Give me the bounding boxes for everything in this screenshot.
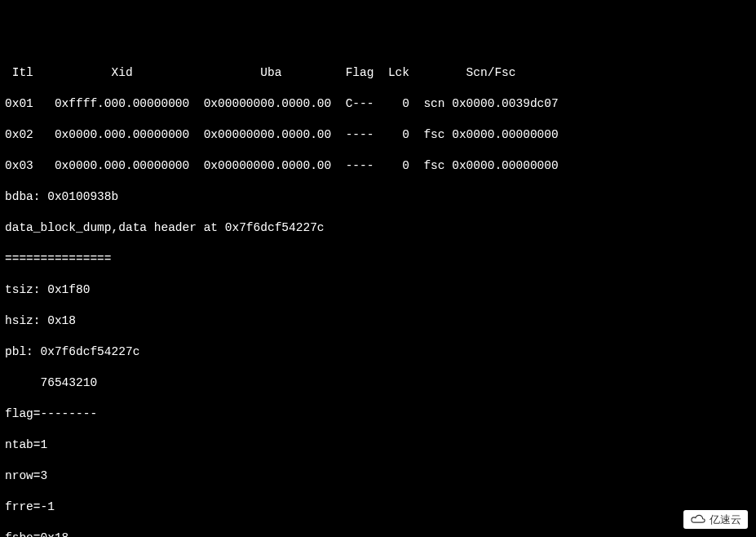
itl-row: 0x03 0x0000.000.00000000 0x00000000.0000…	[5, 158, 751, 174]
cloud-icon	[690, 514, 706, 526]
watermark: 亿速云	[683, 510, 748, 529]
frre-line: frre=-1	[5, 499, 751, 515]
flag-line: flag=--------	[5, 406, 751, 422]
itl-row: 0x02 0x0000.000.00000000 0x00000000.0000…	[5, 127, 751, 143]
pbl-line: pbl: 0x7f6dcf54227c	[5, 344, 751, 360]
tsiz-line: tsiz: 0x1f80	[5, 282, 751, 298]
hsiz-line: hsiz: 0x18	[5, 313, 751, 329]
nrow-line: nrow=3	[5, 468, 751, 484]
watermark-text: 亿速云	[710, 512, 741, 527]
separator-line: ===============	[5, 251, 751, 267]
bdba-line: bdba: 0x0100938b	[5, 189, 751, 205]
fsbo-line: fsbo=0x18	[5, 530, 751, 537]
data-header-line: data_block_dump,data header at 0x7f6dcf5…	[5, 220, 751, 236]
bits-line: 76543210	[5, 375, 751, 391]
itl-row: 0x01 0xffff.000.00000000 0x00000000.0000…	[5, 96, 751, 112]
ntab-line: ntab=1	[5, 437, 751, 453]
itl-header: Itl Xid Uba Flag Lck Scn/Fsc	[5, 65, 751, 81]
